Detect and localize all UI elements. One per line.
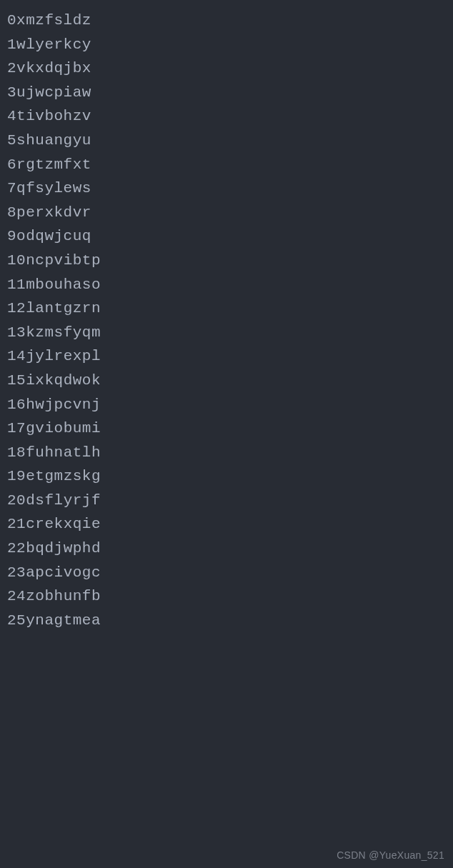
line-index: 8 — [7, 201, 16, 225]
line-index: 16 — [7, 393, 26, 417]
line-index: 7 — [7, 176, 16, 201]
line-value: perxkdvr — [16, 201, 91, 225]
line-index: 17 — [7, 416, 26, 441]
line-value: qfsylews — [16, 176, 91, 201]
line-index: 25 — [7, 609, 26, 633]
line-value: ynagtmea — [26, 609, 101, 633]
line-index: 23 — [7, 561, 26, 585]
output-line: 11 mbouhaso — [7, 273, 446, 297]
line-value: zobhunfb — [26, 584, 101, 609]
output-line: 23 apcivogc — [7, 561, 446, 585]
line-value: apcivogc — [26, 561, 101, 585]
line-index: 6 — [7, 153, 16, 177]
output-line: 16 hwjpcvnj — [7, 393, 446, 417]
output-line: 6 rgtzmfxt — [7, 153, 446, 177]
line-index: 2 — [7, 56, 16, 81]
line-index: 11 — [7, 273, 26, 297]
output-line: 24 zobhunfb — [7, 584, 446, 609]
output-line: 18 fuhnatlh — [7, 441, 446, 465]
line-index: 5 — [7, 129, 16, 153]
line-value: etgmzskg — [26, 464, 101, 489]
line-value: mbouhaso — [26, 273, 101, 297]
line-index: 13 — [7, 321, 26, 345]
line-index: 21 — [7, 512, 26, 537]
line-index: 20 — [7, 489, 26, 513]
output-line: 22 bqdjwphd — [7, 537, 446, 561]
line-value: rgtzmfxt — [16, 153, 91, 177]
line-index: 19 — [7, 464, 26, 489]
line-index: 24 — [7, 584, 26, 609]
line-value: hwjpcvnj — [26, 393, 101, 417]
output-line: 1 wlyerkcy — [7, 33, 446, 57]
line-value: ujwcpiaw — [16, 81, 91, 105]
line-value: odqwjcuq — [16, 224, 91, 249]
output-line: 20 dsflyrjf — [7, 489, 446, 513]
line-index: 0 — [7, 9, 16, 33]
output-line: 10 ncpvibtp — [7, 249, 446, 273]
line-index: 9 — [7, 224, 16, 249]
output-line: 17 gviobumi — [7, 416, 446, 441]
output-line: 19 etgmzskg — [7, 464, 446, 489]
line-index: 12 — [7, 296, 26, 321]
output-line: 12 lantgzrn — [7, 296, 446, 321]
line-index: 14 — [7, 344, 26, 369]
line-value: shuangyu — [16, 129, 91, 153]
output-line: 9 odqwjcuq — [7, 224, 446, 249]
output-line: 14 jylrexpl — [7, 344, 446, 369]
output-line: 5 shuangyu — [7, 129, 446, 153]
line-index: 18 — [7, 441, 26, 465]
line-value: ncpvibtp — [26, 249, 101, 273]
line-index: 10 — [7, 249, 26, 273]
line-value: lantgzrn — [26, 296, 101, 321]
output-line: 3 ujwcpiaw — [7, 81, 446, 105]
output-line: 2 vkxdqjbx — [7, 56, 446, 81]
line-value: vkxdqjbx — [16, 56, 91, 81]
line-value: wlyerkcy — [16, 33, 91, 57]
line-value: crekxqie — [26, 512, 101, 537]
line-value: kzmsfyqm — [26, 321, 101, 345]
line-index: 4 — [7, 104, 16, 129]
terminal-output: 0 xmzfsldz1 wlyerkcy2 vkxdqjbx3 ujwcpiaw… — [7, 9, 446, 632]
line-index: 15 — [7, 369, 26, 393]
line-index: 1 — [7, 33, 16, 57]
line-value: ixkqdwok — [26, 369, 101, 393]
line-value: fuhnatlh — [26, 441, 101, 465]
line-index: 22 — [7, 537, 26, 561]
output-line: 15 ixkqdwok — [7, 369, 446, 393]
output-line: 25 ynagtmea — [7, 609, 446, 633]
watermark-text: CSDN @YueXuan_521 — [337, 849, 444, 861]
output-line: 4 tivbohzv — [7, 104, 446, 129]
line-value: bqdjwphd — [26, 537, 101, 561]
line-value: dsflyrjf — [26, 489, 101, 513]
output-line: 13 kzmsfyqm — [7, 321, 446, 345]
line-value: tivbohzv — [16, 104, 91, 129]
line-value: gviobumi — [26, 416, 101, 441]
output-line: 0 xmzfsldz — [7, 9, 446, 33]
output-line: 8 perxkdvr — [7, 201, 446, 225]
line-index: 3 — [7, 81, 16, 105]
output-line: 21 crekxqie — [7, 512, 446, 537]
line-value: jylrexpl — [26, 344, 101, 369]
line-value: xmzfsldz — [16, 9, 91, 33]
output-line: 7 qfsylews — [7, 176, 446, 201]
